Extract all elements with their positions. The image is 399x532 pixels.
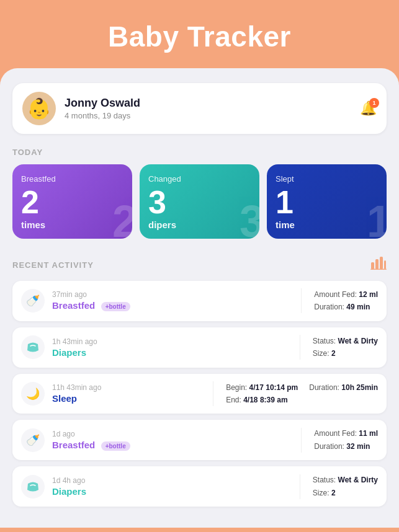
duration-label: Duration: — [309, 383, 339, 392]
detail1-label-diaper1: Status: — [313, 337, 336, 345]
activity-icon-diaper1 — [21, 335, 45, 359]
activity-name-diaper1: Diapers — [52, 347, 287, 358]
svg-rect-0 — [371, 262, 374, 269]
stat-label-top-breastfed: Breastfed — [21, 174, 123, 184]
app-title: Baby Tracker — [12, 20, 387, 53]
avatar: 👶 — [22, 92, 56, 125]
detail1-label-feed2: Amount Fed: — [314, 429, 357, 438]
activity-icon-sleep1: 🌙 — [21, 382, 45, 406]
notification-badge: 1 — [369, 98, 379, 108]
profile-info: Jonny Oswald 4 months, 19 days — [65, 97, 360, 120]
stat-card-breastfed[interactable]: 2 Breastfed 2 times — [12, 164, 132, 239]
activity-name-feed2: Breastfed — [52, 440, 95, 450]
detail1-value-feed2: 11 ml — [359, 429, 378, 438]
activity-time-feed1: 37min ago — [52, 290, 289, 299]
activity-tag-feed1: +bottle — [101, 302, 130, 311]
detail1-value-diaper1: Wet & Dirty — [338, 337, 378, 345]
activity-time-diaper1: 1h 43min ago — [52, 337, 287, 346]
detail2-label-feed1: Duration: — [314, 303, 344, 311]
stats-row: 2 Breastfed 2 times 3 Changed 3 dipers 1… — [12, 164, 387, 239]
duration-value: 10h 25min — [341, 383, 378, 392]
svg-rect-2 — [380, 257, 383, 269]
activity-time-sleep1: 11h 43min ago — [52, 383, 200, 392]
recent-section-label: RECENT ACTIVITY — [12, 260, 94, 270]
activity-divider-diaper1 — [300, 335, 300, 360]
activity-item-diaper1[interactable]: 1h 43min ago Diapers Status: Wet & Dirty… — [12, 327, 387, 368]
detail2-value-diaper1: 2 — [331, 349, 336, 358]
avatar-icon: 👶 — [27, 97, 52, 120]
activity-item-diaper2[interactable]: 1d 4h ago Diapers Status: Wet & Dirty Si… — [12, 466, 387, 507]
detail1-label-feed1: Amount Fed: — [314, 290, 357, 299]
profile-name: Jonny Oswald — [65, 97, 360, 110]
detail1-value-feed1: 12 ml — [359, 290, 378, 299]
svg-rect-4 — [370, 269, 387, 270]
detail2-label-diaper2: Size: — [313, 489, 330, 497]
activity-content-feed1: 37min ago Breastfed +bottle — [52, 290, 289, 311]
detail1-label-diaper2: Status: — [313, 476, 336, 484]
stat-label-top-changed: Changed — [148, 174, 251, 184]
activity-name-diaper2: Diapers — [52, 486, 287, 497]
activity-content-diaper2: 1d 4h ago Diapers — [52, 476, 287, 497]
activity-item-sleep1[interactable]: 🌙 11h 43min ago Sleep Begin: 4/17 10:14 … — [12, 374, 387, 414]
activity-time-feed2: 1d ago — [52, 430, 289, 438]
stat-card-bg-breastfed: 2 — [112, 199, 132, 239]
detail1-value-diaper2: Wet & Dirty — [338, 476, 378, 484]
activity-time-diaper2: 1d 4h ago — [52, 476, 287, 485]
begin-value: 4/17 10:14 pm — [249, 383, 298, 392]
activity-icon-feed1: 🍼 — [21, 289, 45, 313]
svg-rect-3 — [384, 260, 386, 269]
stat-card-bg-slept: 1 — [367, 199, 387, 239]
detail2-value-feed1: 49 min — [346, 303, 370, 311]
begin-label: Begin: — [226, 383, 247, 392]
chart-button[interactable] — [370, 256, 387, 273]
activity-divider-feed1 — [301, 288, 302, 313]
activity-divider-diaper2 — [300, 474, 300, 499]
detail2-label-diaper1: Size: — [313, 349, 330, 358]
stat-number-slept: 1 — [276, 186, 378, 218]
main-card: 👶 Jonny Oswald 4 months, 19 days 🔔 1 TOD… — [0, 68, 399, 528]
detail2-value-feed2: 32 min — [346, 442, 370, 451]
activity-name-feed1: Breastfed — [52, 300, 95, 311]
activity-content-diaper1: 1h 43min ago Diapers — [52, 337, 287, 358]
end-label: End: — [226, 396, 241, 404]
activity-details-diaper2: Status: Wet & Dirty Size: 2 — [313, 474, 378, 499]
recent-activity-header: RECENT ACTIVITY — [12, 256, 387, 273]
activity-list: 🍼 37min ago Breastfed +bottle Amount Fed… — [12, 281, 387, 513]
activity-tag-feed2: +bottle — [101, 441, 130, 451]
stat-card-slept[interactable]: 1 Slept 1 time — [267, 164, 387, 239]
stat-card-changed[interactable]: 3 Changed 3 dipers — [140, 164, 259, 239]
detail2-label-feed2: Duration: — [314, 442, 344, 451]
stat-number-changed: 3 — [148, 186, 251, 218]
svg-rect-1 — [375, 259, 379, 269]
detail2-value-diaper2: 2 — [331, 489, 336, 497]
activity-item-feed2[interactable]: 🍼 1d ago Breastfed +bottle Amount Fed: 1… — [12, 420, 387, 460]
activity-item-feed1[interactable]: 🍼 37min ago Breastfed +bottle Amount Fed… — [12, 281, 387, 321]
activity-content-feed2: 1d ago Breastfed +bottle — [52, 430, 289, 451]
profile-age: 4 months, 19 days — [65, 111, 360, 120]
stat-label-bottom-breastfed: times — [21, 219, 123, 230]
stat-label-top-slept: Slept — [276, 174, 378, 184]
activity-divider-feed2 — [301, 428, 302, 453]
stat-label-bottom-changed: dipers — [148, 219, 251, 230]
activity-details-feed1: Amount Fed: 12 ml Duration: 49 min — [314, 288, 378, 314]
today-section-label: TODAY — [12, 148, 387, 157]
stat-label-bottom-slept: time — [276, 219, 378, 230]
activity-details-sleep1: Begin: 4/17 10:14 pm End: 4/18 8:39 am D… — [226, 381, 378, 407]
activity-divider-sleep1 — [213, 381, 213, 406]
stat-card-bg-changed: 3 — [240, 199, 259, 239]
activity-details-feed2: Amount Fed: 11 ml Duration: 32 min — [314, 427, 378, 453]
activity-icon-feed2: 🍼 — [21, 428, 45, 452]
activity-icon-diaper2 — [21, 475, 45, 499]
activity-content-sleep1: 11h 43min ago Sleep — [52, 383, 200, 404]
stat-number-breastfed: 2 — [21, 186, 123, 218]
app-header: Baby Tracker — [0, 0, 399, 68]
notification-button[interactable]: 🔔 1 — [360, 100, 377, 117]
activity-details-diaper1: Status: Wet & Dirty Size: 2 — [313, 335, 378, 360]
end-value: 4/18 8:39 am — [243, 396, 287, 404]
activity-name-sleep1: Sleep — [52, 393, 200, 404]
profile-row: 👶 Jonny Oswald 4 months, 19 days 🔔 1 — [12, 83, 387, 134]
